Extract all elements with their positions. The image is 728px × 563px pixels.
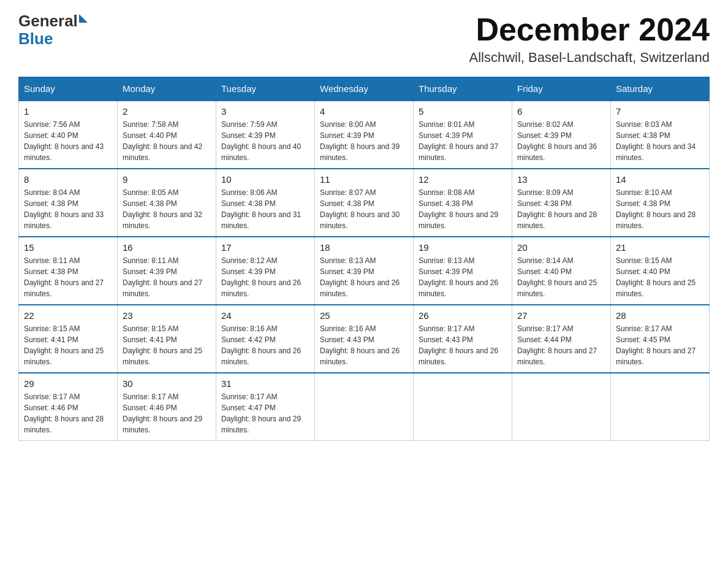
calendar-day-cell: 10Sunrise: 8:06 AMSunset: 4:38 PMDayligh…	[216, 169, 315, 237]
day-info: Sunrise: 8:17 AMSunset: 4:47 PMDaylight:…	[221, 391, 309, 435]
day-info: Sunrise: 8:14 AMSunset: 4:40 PMDaylight:…	[517, 255, 605, 299]
day-number: 6	[517, 106, 605, 117]
day-info: Sunrise: 8:15 AMSunset: 4:40 PMDaylight:…	[616, 255, 704, 299]
day-info: Sunrise: 8:02 AMSunset: 4:39 PMDaylight:…	[517, 119, 605, 163]
calendar-day-cell	[512, 373, 611, 441]
calendar-day-cell: 2Sunrise: 7:58 AMSunset: 4:40 PMDaylight…	[118, 101, 216, 169]
calendar-day-cell: 1Sunrise: 7:56 AMSunset: 4:40 PMDaylight…	[19, 101, 118, 169]
month-title: December 2024	[469, 12, 710, 47]
day-info: Sunrise: 8:17 AMSunset: 4:43 PMDaylight:…	[419, 323, 507, 367]
day-number: 19	[419, 242, 507, 253]
day-number: 13	[517, 174, 605, 185]
calendar-day-cell	[414, 373, 512, 441]
calendar-header-monday: Monday	[118, 77, 216, 101]
logo-triangle-icon	[79, 14, 88, 23]
day-info: Sunrise: 8:06 AMSunset: 4:38 PMDaylight:…	[221, 187, 309, 231]
day-number: 17	[221, 242, 309, 253]
page-header: General Blue December 2024 Allschwil, Ba…	[18, 12, 710, 66]
day-number: 15	[24, 242, 112, 253]
day-number: 11	[320, 174, 408, 185]
day-info: Sunrise: 8:13 AMSunset: 4:39 PMDaylight:…	[419, 255, 507, 299]
calendar-day-cell: 4Sunrise: 8:00 AMSunset: 4:39 PMDaylight…	[315, 101, 414, 169]
day-info: Sunrise: 8:17 AMSunset: 4:45 PMDaylight:…	[616, 323, 704, 367]
day-number: 16	[123, 242, 211, 253]
calendar-header-wednesday: Wednesday	[315, 77, 414, 101]
day-info: Sunrise: 8:13 AMSunset: 4:39 PMDaylight:…	[320, 255, 408, 299]
calendar-day-cell: 19Sunrise: 8:13 AMSunset: 4:39 PMDayligh…	[414, 237, 512, 305]
day-number: 26	[419, 310, 507, 321]
day-info: Sunrise: 8:16 AMSunset: 4:43 PMDaylight:…	[320, 323, 408, 367]
day-number: 7	[616, 106, 704, 117]
calendar-day-cell: 17Sunrise: 8:12 AMSunset: 4:39 PMDayligh…	[216, 237, 315, 305]
calendar-header-friday: Friday	[512, 77, 611, 101]
day-info: Sunrise: 7:56 AMSunset: 4:40 PMDaylight:…	[24, 119, 112, 163]
calendar-day-cell: 13Sunrise: 8:09 AMSunset: 4:38 PMDayligh…	[512, 169, 611, 237]
day-number: 27	[517, 310, 605, 321]
calendar-day-cell: 21Sunrise: 8:15 AMSunset: 4:40 PMDayligh…	[611, 237, 710, 305]
day-number: 31	[221, 378, 309, 389]
day-number: 1	[24, 106, 112, 117]
day-number: 28	[616, 310, 704, 321]
day-number: 14	[616, 174, 704, 185]
logo-general-text: General	[18, 12, 78, 30]
calendar-week-row: 22Sunrise: 8:15 AMSunset: 4:41 PMDayligh…	[19, 305, 710, 373]
calendar-day-cell: 31Sunrise: 8:17 AMSunset: 4:47 PMDayligh…	[216, 373, 315, 441]
day-number: 5	[419, 106, 507, 117]
day-info: Sunrise: 8:12 AMSunset: 4:39 PMDaylight:…	[221, 255, 309, 299]
calendar-day-cell: 12Sunrise: 8:08 AMSunset: 4:38 PMDayligh…	[414, 169, 512, 237]
day-info: Sunrise: 8:11 AMSunset: 4:39 PMDaylight:…	[123, 255, 211, 299]
calendar-week-row: 8Sunrise: 8:04 AMSunset: 4:38 PMDaylight…	[19, 169, 710, 237]
calendar-header-tuesday: Tuesday	[216, 77, 315, 101]
calendar-day-cell: 20Sunrise: 8:14 AMSunset: 4:40 PMDayligh…	[512, 237, 611, 305]
day-info: Sunrise: 7:58 AMSunset: 4:40 PMDaylight:…	[123, 119, 211, 163]
calendar-day-cell: 3Sunrise: 7:59 AMSunset: 4:39 PMDaylight…	[216, 101, 315, 169]
day-info: Sunrise: 8:08 AMSunset: 4:38 PMDaylight:…	[419, 187, 507, 231]
calendar-day-cell: 6Sunrise: 8:02 AMSunset: 4:39 PMDaylight…	[512, 101, 611, 169]
calendar-day-cell: 28Sunrise: 8:17 AMSunset: 4:45 PMDayligh…	[611, 305, 710, 373]
calendar-day-cell: 18Sunrise: 8:13 AMSunset: 4:39 PMDayligh…	[315, 237, 414, 305]
calendar-table: SundayMondayTuesdayWednesdayThursdayFrid…	[18, 77, 710, 441]
calendar-day-cell: 25Sunrise: 8:16 AMSunset: 4:43 PMDayligh…	[315, 305, 414, 373]
day-info: Sunrise: 8:03 AMSunset: 4:38 PMDaylight:…	[616, 119, 704, 163]
logo: General Blue	[18, 12, 88, 47]
calendar-day-cell: 16Sunrise: 8:11 AMSunset: 4:39 PMDayligh…	[118, 237, 216, 305]
day-info: Sunrise: 8:09 AMSunset: 4:38 PMDaylight:…	[517, 187, 605, 231]
day-number: 12	[419, 174, 507, 185]
day-info: Sunrise: 8:00 AMSunset: 4:39 PMDaylight:…	[320, 119, 408, 163]
calendar-day-cell: 30Sunrise: 8:17 AMSunset: 4:46 PMDayligh…	[118, 373, 216, 441]
day-info: Sunrise: 8:05 AMSunset: 4:38 PMDaylight:…	[123, 187, 211, 231]
day-number: 4	[320, 106, 408, 117]
calendar-day-cell: 15Sunrise: 8:11 AMSunset: 4:38 PMDayligh…	[19, 237, 118, 305]
day-number: 25	[320, 310, 408, 321]
calendar-day-cell: 29Sunrise: 8:17 AMSunset: 4:46 PMDayligh…	[19, 373, 118, 441]
calendar-day-cell: 5Sunrise: 8:01 AMSunset: 4:39 PMDaylight…	[414, 101, 512, 169]
day-number: 18	[320, 242, 408, 253]
calendar-day-cell: 14Sunrise: 8:10 AMSunset: 4:38 PMDayligh…	[611, 169, 710, 237]
day-info: Sunrise: 8:17 AMSunset: 4:46 PMDaylight:…	[24, 391, 112, 435]
calendar-day-cell: 9Sunrise: 8:05 AMSunset: 4:38 PMDaylight…	[118, 169, 216, 237]
day-info: Sunrise: 8:17 AMSunset: 4:46 PMDaylight:…	[123, 391, 211, 435]
day-info: Sunrise: 7:59 AMSunset: 4:39 PMDaylight:…	[221, 119, 309, 163]
day-info: Sunrise: 8:16 AMSunset: 4:42 PMDaylight:…	[221, 323, 309, 367]
title-block: December 2024 Allschwil, Basel-Landschaf…	[469, 12, 710, 66]
day-info: Sunrise: 8:17 AMSunset: 4:44 PMDaylight:…	[517, 323, 605, 367]
calendar-day-cell: 8Sunrise: 8:04 AMSunset: 4:38 PMDaylight…	[19, 169, 118, 237]
day-info: Sunrise: 8:04 AMSunset: 4:38 PMDaylight:…	[24, 187, 112, 231]
calendar-day-cell: 27Sunrise: 8:17 AMSunset: 4:44 PMDayligh…	[512, 305, 611, 373]
day-info: Sunrise: 8:15 AMSunset: 4:41 PMDaylight:…	[24, 323, 112, 367]
day-number: 10	[221, 174, 309, 185]
day-number: 23	[123, 310, 211, 321]
calendar-day-cell: 24Sunrise: 8:16 AMSunset: 4:42 PMDayligh…	[216, 305, 315, 373]
day-number: 20	[517, 242, 605, 253]
day-number: 22	[24, 310, 112, 321]
day-number: 24	[221, 310, 309, 321]
day-info: Sunrise: 8:15 AMSunset: 4:41 PMDaylight:…	[123, 323, 211, 367]
day-number: 30	[123, 378, 211, 389]
day-number: 8	[24, 174, 112, 185]
calendar-day-cell	[315, 373, 414, 441]
day-info: Sunrise: 8:10 AMSunset: 4:38 PMDaylight:…	[616, 187, 704, 231]
day-info: Sunrise: 8:01 AMSunset: 4:39 PMDaylight:…	[419, 119, 507, 163]
calendar-week-row: 15Sunrise: 8:11 AMSunset: 4:38 PMDayligh…	[19, 237, 710, 305]
calendar-day-cell: 23Sunrise: 8:15 AMSunset: 4:41 PMDayligh…	[118, 305, 216, 373]
calendar-week-row: 1Sunrise: 7:56 AMSunset: 4:40 PMDaylight…	[19, 101, 710, 169]
